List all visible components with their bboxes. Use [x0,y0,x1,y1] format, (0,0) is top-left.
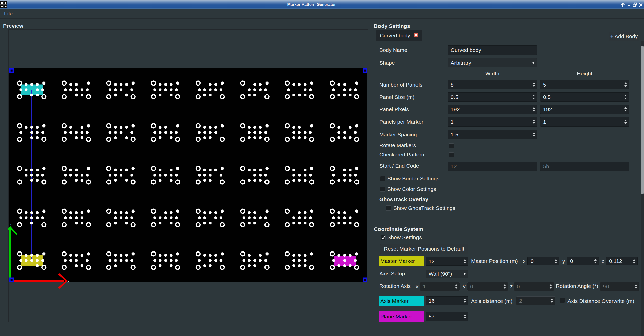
svg-text:2: 2 [32,176,34,180]
svg-text:z: z [9,223,11,227]
svg-text:x: x [68,279,70,283]
